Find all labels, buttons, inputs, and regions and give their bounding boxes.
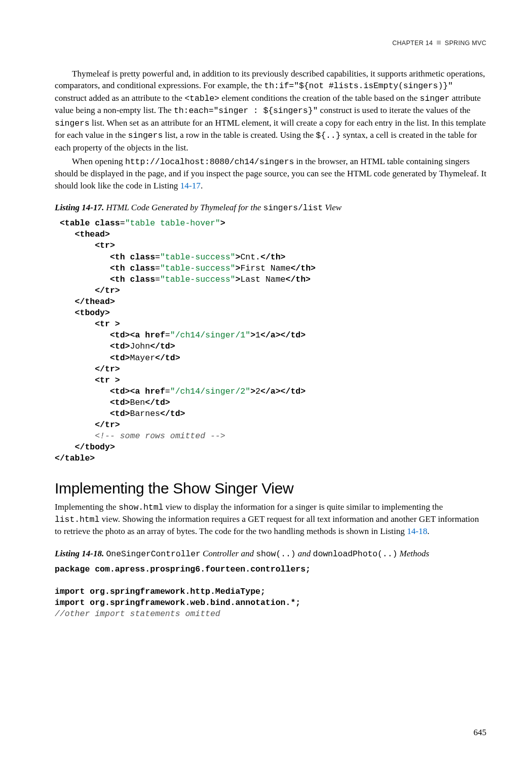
section-heading: Implementing the Show Singer View	[55, 480, 486, 497]
paragraph-2: When opening http://localhost:8080/ch14/…	[55, 156, 486, 192]
inline-code: singers	[128, 131, 163, 140]
listing-label: Listing 14-18.	[55, 549, 104, 558]
listing-link-14-18[interactable]: 14-18	[407, 526, 427, 536]
listing-link-14-17[interactable]: 14-17	[180, 181, 201, 191]
page-number: 645	[474, 728, 487, 738]
inline-code: show(..)	[256, 549, 295, 559]
listing-14-17-caption: Listing 14-17. HTML Code Generated by Th…	[55, 203, 486, 213]
text: View	[323, 203, 341, 212]
inline-code: singers/list	[263, 203, 323, 213]
text: construct is used to iterate the values …	[318, 105, 470, 115]
text: HTML Code Generated by Thymeleaf for the	[104, 203, 263, 212]
separator-icon	[437, 41, 441, 45]
text: view to display the information for a si…	[163, 502, 443, 512]
code-listing-14-18: package com.apress.prospring6.fourteen.c…	[55, 564, 486, 620]
code-listing-14-17: <table class="table table-hover"> <thead…	[55, 218, 486, 464]
text: and	[296, 549, 313, 558]
inline-code: downloadPhoto(..)	[313, 549, 398, 559]
inline-code: singers	[55, 119, 90, 128]
text: .	[201, 181, 203, 191]
inline-code: th:if="${not #lists.isEmpty(singers)}"	[264, 81, 452, 91]
inline-code: show.html	[119, 503, 163, 512]
paragraph-1: Thymeleaf is pretty powerful and, in add…	[55, 68, 486, 154]
listing-label: Listing 14-17.	[55, 203, 104, 212]
chapter-label: CHAPTER 14	[392, 40, 433, 47]
text: Methods	[397, 549, 429, 558]
chapter-title: SPRING MVC	[445, 40, 486, 47]
running-header: CHAPTER 14 SPRING MVC	[55, 40, 486, 47]
paragraph-3: Implementing the show.html view to displ…	[55, 501, 486, 538]
text: When opening	[72, 157, 125, 166]
text: list, a row in the table is created. Usi…	[163, 130, 316, 140]
inline-code: http://localhost:8080/ch14/singers	[125, 157, 294, 167]
text: Controller and	[201, 549, 256, 558]
text: element conditions the creation of the t…	[219, 93, 420, 103]
page: CHAPTER 14 SPRING MVC Thymeleaf is prett…	[0, 0, 532, 760]
inline-code: th:each="singer : ${singers}"	[174, 106, 318, 116]
inline-code: singer	[420, 94, 450, 103]
text: construct added as an attribute to the	[55, 93, 184, 103]
inline-code: <table>	[184, 94, 219, 103]
inline-code: ${..}	[316, 131, 340, 140]
inline-code: OneSingerController	[106, 549, 201, 559]
listing-14-18-caption: Listing 14-18. OneSingerController Contr…	[55, 549, 486, 559]
inline-code: list.html	[55, 515, 99, 524]
text: Implementing the	[55, 502, 119, 512]
text: .	[427, 526, 429, 536]
